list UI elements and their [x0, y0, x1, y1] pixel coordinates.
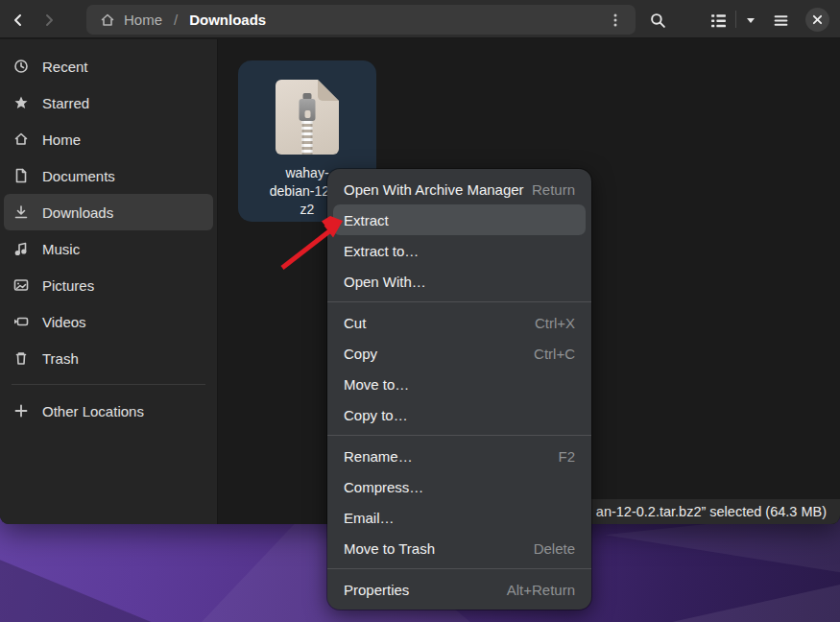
menu-item-label: Move to…: [344, 376, 575, 393]
menu-item-label: Copy: [344, 346, 534, 362]
headerbar: Home / Downloads: [0, 0, 840, 38]
sidebar-item-label: Downloads: [42, 204, 113, 221]
menu-item-label: Move to Trash: [344, 540, 534, 557]
sidebar-item-label: Trash: [42, 350, 79, 367]
sidebar-item-label: Pictures: [42, 277, 94, 294]
close-icon: [812, 14, 823, 25]
menu-divider: [327, 301, 591, 302]
sidebar-item-label: Home: [42, 132, 81, 148]
menu-item-label: Cut: [344, 315, 535, 331]
sidebar-item-label: Documents: [42, 168, 115, 184]
menu-item-accel: F2: [558, 448, 575, 465]
menu-item-move-to[interactable]: Move to…: [333, 369, 586, 399]
back-button[interactable]: [6, 8, 31, 33]
music-icon: [13, 241, 29, 256]
window-close-button[interactable]: [805, 8, 829, 32]
menu-item-copy[interactable]: Copy Ctrl+C: [333, 338, 586, 369]
menu-item-properties[interactable]: Properties Alt+Return: [333, 574, 586, 605]
menu-item-label: Open With…: [344, 274, 575, 290]
chevron-right-icon: [41, 12, 57, 28]
sidebar-item-music[interactable]: Music: [4, 230, 213, 267]
sidebar-item-label: Videos: [42, 314, 86, 330]
menu-item-open-with-archive-manager[interactable]: Open With Archive Manager Return: [333, 174, 586, 204]
menu-item-accel: Alt+Return: [507, 582, 575, 598]
breadcrumb: Home / Downloads: [86, 5, 636, 35]
menu-item-open-with[interactable]: Open With…: [333, 266, 586, 297]
menu-item-copy-to[interactable]: Copy to…: [333, 399, 586, 430]
sidebar-item-documents[interactable]: Documents: [4, 157, 213, 194]
zipper-slider: [300, 99, 316, 121]
sidebar-item-downloads[interactable]: Downloads: [4, 194, 213, 230]
sidebar-item-starred[interactable]: Starred: [4, 84, 213, 121]
list-view-button[interactable]: [706, 8, 731, 33]
sidebar-divider: [12, 384, 205, 385]
menu-item-label: Open With Archive Manager: [344, 181, 532, 198]
home-icon: [100, 12, 115, 28]
menu-item-cut[interactable]: Cut Ctrl+X: [333, 307, 586, 338]
menu-item-label: Extract to…: [344, 243, 575, 259]
menu-item-compress[interactable]: Compress…: [333, 471, 586, 502]
search-button[interactable]: [645, 8, 670, 33]
sidebar-item-home[interactable]: Home: [4, 121, 213, 157]
sidebar-item-other-locations[interactable]: Other Locations: [4, 393, 213, 429]
context-menu: Open With Archive Manager Return Extract…: [327, 169, 591, 610]
menu-item-label: Compress…: [344, 479, 575, 495]
sidebar-item-trash[interactable]: Trash: [4, 340, 213, 376]
view-split-divider: [735, 11, 736, 28]
selection-status-text: an-12-0.2.tar.bz2” selected (64.3 MB): [596, 504, 827, 519]
menu-item-label: Email…: [344, 510, 575, 526]
menu-item-accel: Ctrl+C: [534, 346, 575, 362]
path-menu-button[interactable]: [603, 8, 628, 33]
sidebar-item-label: Starred: [42, 95, 89, 111]
sidebar-item-pictures[interactable]: Pictures: [4, 267, 213, 303]
videos-icon: [13, 314, 29, 329]
recent-icon: [13, 59, 29, 74]
menu-divider: [327, 435, 591, 436]
zipper-teeth: [302, 121, 313, 155]
menu-item-accel: Delete: [534, 540, 575, 557]
zip-archive-icon: [276, 80, 339, 155]
sidebar-item-label: Recent: [42, 59, 88, 75]
pictures-icon: [13, 277, 29, 293]
chevron-left-icon: [11, 12, 26, 28]
chevron-down-icon: [745, 14, 756, 26]
menu-item-label: Properties: [344, 582, 507, 598]
starred-icon: [13, 95, 29, 110]
sidebar-item-videos[interactable]: Videos: [4, 303, 213, 340]
menu-divider: [327, 568, 591, 569]
home-icon: [13, 132, 29, 147]
list-view-icon: [710, 12, 727, 29]
plus-icon: [13, 403, 29, 419]
main-menu-button[interactable]: [768, 8, 793, 33]
sidebar-item-recent[interactable]: Recent: [4, 48, 213, 84]
sidebar: Recent Starred Home Documents Downloads: [0, 39, 218, 524]
hamburger-menu-icon: [773, 12, 789, 29]
downloads-icon: [13, 204, 29, 220]
kebab-menu-icon: [608, 12, 623, 28]
breadcrumb-separator: /: [174, 12, 178, 28]
menu-item-extract[interactable]: Extract: [333, 204, 586, 235]
search-icon: [650, 12, 666, 29]
sidebar-item-label: Other Locations: [42, 403, 144, 419]
trash-icon: [13, 350, 29, 366]
menu-item-accel: Ctrl+X: [535, 315, 575, 331]
menu-item-accel: Return: [532, 181, 575, 198]
breadcrumb-home[interactable]: Home: [124, 12, 162, 28]
menu-item-extract-to[interactable]: Extract to…: [333, 235, 586, 266]
menu-item-email[interactable]: Email…: [333, 502, 586, 533]
documents-icon: [13, 168, 29, 183]
view-options-dropdown[interactable]: [738, 8, 763, 33]
menu-item-move-to-trash[interactable]: Move to Trash Delete: [333, 533, 586, 563]
breadcrumb-current[interactable]: Downloads: [189, 12, 266, 28]
paper-fold: [318, 80, 339, 101]
menu-item-label: Extract: [344, 212, 575, 228]
menu-item-label: Rename…: [344, 448, 558, 465]
forward-button[interactable]: [36, 8, 61, 33]
menu-item-label: Copy to…: [344, 407, 575, 423]
sidebar-item-label: Music: [42, 241, 80, 257]
menu-item-rename[interactable]: Rename… F2: [333, 441, 586, 471]
screen: Home / Downloads: [0, 0, 840, 622]
